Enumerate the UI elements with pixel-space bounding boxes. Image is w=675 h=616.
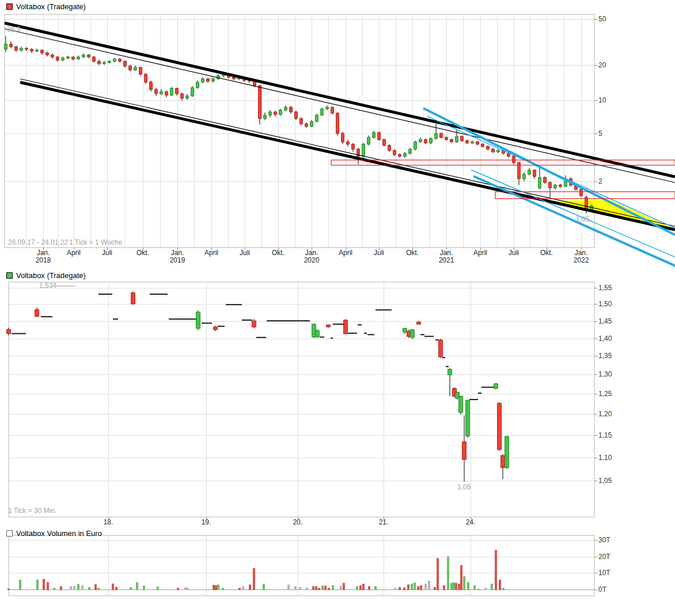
weekly-chart-legend: Voltabox (Tradegate) — [6, 2, 86, 11]
weekly-y-tick: 20 — [598, 61, 606, 69]
weekly-y-tick: 5 — [598, 130, 602, 138]
weekly-x-tick: Juli — [226, 249, 263, 257]
weekly-x-tick: Jan. 2020 — [293, 249, 330, 264]
intraday-y-tick: 1,20 — [598, 410, 612, 418]
weekly-x-tick: Okt. — [528, 249, 565, 257]
legend-swatch-white-icon — [6, 530, 13, 537]
intraday-y-tick: 1,30 — [598, 370, 612, 378]
intraday-low-annotation: 1,05 — [457, 483, 471, 491]
weekly-x-tick: Okt. — [260, 249, 297, 257]
intraday-x-tick: 20. — [279, 519, 316, 526]
volume-chart-legend: Voltabox Volumen in Euro — [6, 529, 102, 538]
weekly-x-tick: April — [193, 249, 230, 257]
volume-y-tick: 30T — [598, 536, 610, 544]
intraday-x-tick: 18. — [90, 519, 127, 526]
intraday-chart-legend: Voltabox (Tradegate) — [6, 271, 86, 280]
intraday-tick-text: 1 Tick = 30 Min. — [8, 507, 56, 515]
intraday-x-tick: 21. — [365, 519, 402, 526]
weekly-x-tick: Jan. 2022 — [563, 249, 600, 264]
weekly-tick-text: 1 Tick = 1 Woche — [69, 238, 122, 246]
weekly-x-tick: Okt. — [394, 249, 431, 257]
weekly-x-tick: Juli — [361, 249, 397, 257]
intraday-y-tick: 1,45 — [598, 317, 612, 325]
weekly-x-tick: Okt. — [124, 249, 161, 257]
legend-swatch-red-icon — [6, 3, 13, 10]
intraday-x-tick: 19. — [188, 519, 225, 526]
intraday-y-tick: 1,35 — [598, 352, 612, 360]
volume-y-tick: 20T — [598, 553, 610, 561]
weekly-x-tick: Juli — [495, 249, 532, 257]
chart-page: Voltabox (Tradegate) Voltabox (Tradegate… — [0, 0, 675, 616]
legend-swatch-green-icon — [6, 272, 13, 279]
weekly-y-tick: 10 — [598, 96, 606, 104]
weekly-x-tick: Jan. 2019 — [159, 249, 196, 264]
intraday-y-tick: 1,10 — [598, 454, 612, 462]
volume-legend-label: Voltabox Volumen in Euro — [16, 529, 102, 538]
weekly-high-annotation: 36,3 — [7, 25, 20, 33]
weekly-x-tick: April — [327, 249, 364, 257]
weekly-y-tick: 50 — [598, 15, 606, 23]
intraday-y-tick: 1,55 — [598, 284, 612, 292]
weekly-x-tick: Juli — [89, 249, 126, 257]
intraday-y-tick: 1,15 — [598, 431, 612, 439]
intraday-high-annotation: 1,534 — [39, 282, 56, 290]
intraday-y-tick: 1,25 — [598, 390, 612, 398]
weekly-y-tick: 2 — [598, 177, 602, 185]
weekly-legend-label: Voltabox (Tradegate) — [16, 2, 86, 11]
intraday-y-tick: 1,05 — [598, 477, 612, 485]
weekly-low-annotation: 1,05 — [576, 215, 589, 223]
intraday-x-tick: 24. — [452, 519, 489, 526]
weekly-range-text: 26.09.17 - 24.01.22 — [8, 238, 68, 246]
volume-y-tick: 10T — [598, 569, 610, 577]
intraday-y-tick: 1,50 — [598, 300, 612, 308]
weekly-x-tick: Jan. 2021 — [428, 249, 465, 264]
weekly-x-tick: April — [462, 249, 499, 257]
weekly-x-tick: April — [55, 249, 92, 257]
volume-y-tick: 0T — [598, 585, 606, 594]
intraday-legend-label: Voltabox (Tradegate) — [16, 271, 86, 280]
intraday-y-tick: 1,40 — [598, 334, 612, 343]
